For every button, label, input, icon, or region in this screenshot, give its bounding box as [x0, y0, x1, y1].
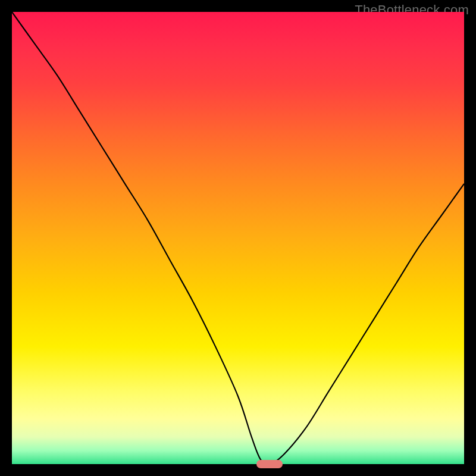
chart-frame: TheBottleneck.com — [0, 0, 476, 476]
curve-path — [12, 12, 464, 464]
bottleneck-curve — [12, 12, 464, 464]
valley-marker — [256, 460, 283, 468]
plot-area — [12, 12, 464, 464]
